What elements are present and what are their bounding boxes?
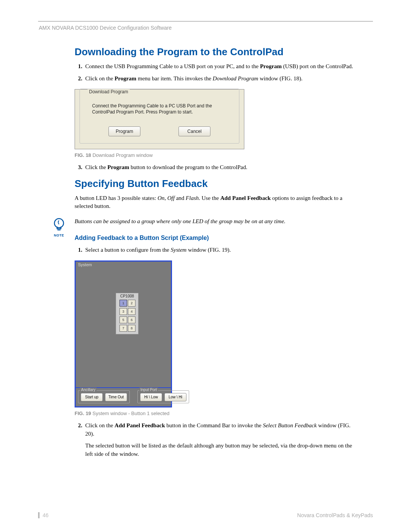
running-header: AMX NOVARA DCS1000 Device Configuration …: [38, 23, 373, 46]
cancel-button[interactable]: Cancel: [178, 126, 210, 136]
section2-intro: A button LED has 3 possible states: On, …: [75, 194, 356, 211]
s1-step3: Click the Program button to download the…: [84, 163, 356, 172]
fig19-caption: FIG. 19 System window - Button 1 selecte…: [75, 411, 356, 416]
input-port-group: Input Port Hi \ Low Low \ Hi: [137, 390, 189, 403]
note-block: NOTE Buttons can be assigned to a group …: [75, 217, 356, 225]
cp-button-5[interactable]: 5: [119, 316, 127, 323]
system-window: System CP1008 1 2 3 4 5 6 7 8: [75, 260, 172, 407]
dialog-title: Download Program: [88, 89, 130, 94]
sub1-step2: Click on the Add Panel Feedback button i…: [84, 422, 356, 459]
startup-button[interactable]: Start up: [81, 393, 103, 401]
ancillary-group: Ancillary Start up Time Out: [78, 390, 130, 403]
download-program-window: Download Program Connect the Programming…: [75, 89, 244, 149]
hilow-button[interactable]: Hi \ Low: [140, 393, 162, 401]
cp-button-6[interactable]: 6: [128, 316, 135, 323]
cp-button-1[interactable]: 1: [119, 300, 127, 307]
svg-point-0: [54, 219, 64, 228]
cp-button-4[interactable]: 4: [128, 308, 135, 315]
lowhi-button[interactable]: Low \ Hi: [164, 393, 186, 401]
controlpad-panel: CP1008 1 2 3 4 5 6 7 8: [116, 293, 139, 334]
header-rule: [38, 21, 373, 22]
note-text: Buttons can be assigned to a group where…: [75, 217, 356, 225]
lightbulb-icon: [53, 217, 65, 233]
program-button[interactable]: Program: [108, 126, 140, 136]
note-icon: NOTE: [50, 217, 68, 237]
s1-step2: Click on the Program menu bar item. This…: [84, 75, 356, 83]
cp-button-2[interactable]: 2: [128, 300, 135, 307]
timeout-button[interactable]: Time Out: [105, 393, 127, 401]
dialog-instruction: Connect the Programming Cable to a PC US…: [92, 103, 231, 115]
section1-title: Downloading the Program to the ControlPa…: [75, 46, 356, 58]
sub1-step2-para2: The selected button will be listed as th…: [85, 442, 356, 459]
page-footer: 46 Novara ControlPads & KeyPads: [38, 512, 373, 518]
fig18-caption: FIG. 18 Download Program window: [75, 152, 356, 158]
cp-button-3[interactable]: 3: [119, 308, 127, 315]
footer-doc-title: Novara ControlPads & KeyPads: [297, 512, 373, 518]
cp-button-7[interactable]: 7: [119, 325, 127, 332]
sub1-step1: Select a button to configure from the Sy…: [84, 246, 356, 254]
section2-title: Specifying Button Feedback: [75, 178, 356, 190]
s1-step1: Connect the USB Programming Cable to a U…: [84, 62, 356, 71]
sub1-title: Adding Feedback to a Button Script (Exam…: [75, 235, 356, 241]
cp-button-8[interactable]: 8: [128, 325, 135, 332]
cp-title: CP1008: [117, 294, 137, 298]
page-number: 46: [38, 512, 49, 518]
